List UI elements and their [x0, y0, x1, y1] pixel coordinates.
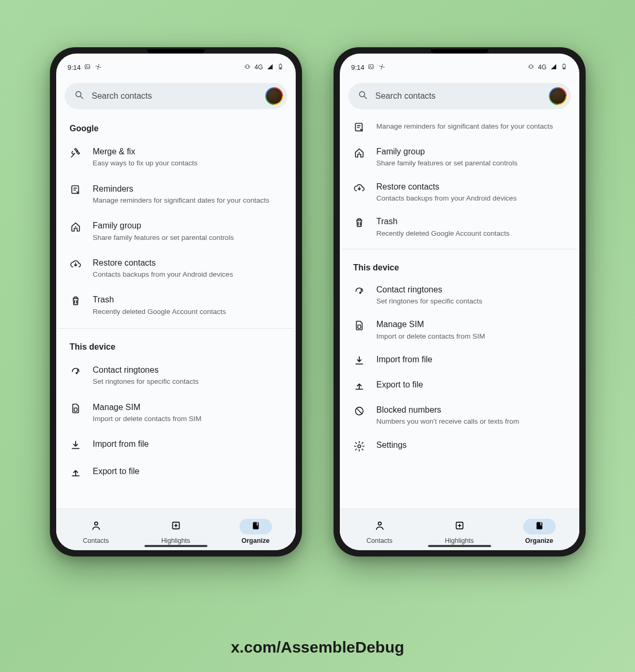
music-note-icon — [353, 285, 365, 297]
fan-icon — [95, 63, 102, 72]
list-item-family-group[interactable]: Family group Share family features or se… — [342, 140, 577, 175]
list-item-title: Blocked numbers — [377, 404, 568, 416]
nav-highlights[interactable]: Highlights — [136, 509, 216, 550]
list-item-subtitle: Numbers you won't receive calls or texts… — [377, 417, 568, 426]
image-caption: x.com/AssembleDebug — [0, 638, 635, 656]
list-item-title: Trash — [93, 294, 284, 306]
list-item-title: Settings — [377, 439, 568, 451]
list-item-import-from-file[interactable]: Import from file — [58, 431, 294, 458]
list-item-title: Import from file — [377, 354, 568, 365]
settings-icon — [353, 440, 365, 452]
list-item-title: Reminders — [93, 183, 284, 195]
content-scroll-left[interactable]: Google Merge & fix Easy ways to fix up y… — [56, 114, 296, 508]
nav-label: Organize — [525, 537, 554, 544]
list-item-subtitle: Share family features or set parental co… — [93, 233, 284, 243]
note-icon — [70, 184, 81, 196]
list-item-merge-fix[interactable]: Merge & fix Easy ways to fix up your con… — [58, 139, 294, 176]
screen-right: 9:14 4G Search contacts Manag — [340, 54, 579, 550]
vibrate-icon — [527, 63, 535, 72]
bottom-nav: Contacts Highlights Organize — [56, 508, 296, 550]
list-item-export-to-file[interactable]: Export to file — [342, 373, 577, 398]
upload-icon — [70, 467, 81, 478]
list-item-subtitle: Contacts backups from your Android devic… — [93, 270, 284, 279]
cloud-download-icon — [70, 258, 81, 270]
list-item-contact-ringtones[interactable]: Contact ringtones Set ringtones for spec… — [58, 357, 294, 394]
list-item-title: Family group — [93, 220, 284, 232]
search-placeholder: Search contacts — [376, 91, 542, 101]
vibrate-icon — [244, 63, 251, 72]
status-time: 9:14 — [68, 64, 81, 71]
list-item-subtitle: Set ringtones for specific contacts — [377, 297, 568, 306]
list-item-settings[interactable]: Settings — [342, 433, 577, 458]
nav-organize[interactable]: Organize — [499, 509, 579, 550]
music-note-icon — [70, 365, 81, 377]
trash-icon — [353, 217, 365, 228]
contacts-icon — [374, 520, 386, 533]
nav-contacts[interactable]: Contacts — [340, 509, 420, 550]
list-item-title: Family group — [377, 146, 568, 158]
list-item-reminders[interactable]: Reminders Manage reminders for significa… — [58, 176, 294, 213]
section-divider — [342, 249, 577, 249]
search-icon — [74, 90, 85, 102]
search-placeholder: Search contacts — [92, 91, 258, 101]
phone-frame-right: 9:14 4G Search contacts Manag — [334, 47, 586, 556]
block-icon — [353, 405, 365, 417]
nav-label: Highlights — [445, 537, 474, 544]
list-item-subtitle: Contacts backups from your Android devic… — [377, 194, 568, 203]
list-item-contact-ringtones[interactable]: Contact ringtones Set ringtones for spec… — [342, 278, 577, 313]
highlights-icon — [170, 520, 182, 533]
list-item-title: Manage SIM — [93, 402, 284, 413]
list-item-family-group[interactable]: Family group Share family features or se… — [58, 213, 294, 250]
list-item-subtitle: Recently deleted Google Account contacts — [377, 229, 568, 238]
status-time: 9:14 — [351, 64, 365, 71]
list-item-subtitle: Import or delete contacts from SIM — [377, 332, 568, 341]
list-item-subtitle: Easy ways to fix up your contacts — [93, 159, 284, 168]
gesture-bar[interactable] — [428, 545, 491, 547]
list-item-import-from-file[interactable]: Import from file — [342, 348, 577, 373]
image-icon — [84, 63, 91, 72]
nav-highlights[interactable]: Highlights — [420, 509, 499, 550]
list-item-restore-contacts[interactable]: Restore contacts Contacts backups from y… — [58, 250, 294, 287]
content-scroll-right[interactable]: Manage reminders for significant dates f… — [340, 114, 579, 508]
list-item-subtitle: Manage reminders for significant dates f… — [93, 196, 284, 205]
section-header-google: Google — [58, 114, 294, 139]
list-item-title: Restore contacts — [93, 257, 284, 269]
list-item-subtitle: Set ringtones for specific contacts — [93, 377, 284, 386]
fan-icon — [378, 63, 386, 72]
list-item-blocked-numbers[interactable]: Blocked numbers Numbers you won't receiv… — [342, 398, 577, 433]
download-icon — [70, 439, 81, 451]
account-avatar[interactable] — [265, 87, 283, 105]
list-item-export-to-file[interactable]: Export to file — [58, 458, 294, 486]
list-item-trash[interactable]: Trash Recently deleted Google Account co… — [58, 287, 294, 324]
tools-icon — [70, 147, 81, 159]
network-label: 4G — [538, 64, 546, 71]
nav-organize[interactable]: Organize — [216, 509, 296, 550]
list-item-title: Import from file — [93, 438, 284, 450]
search-bar[interactable]: Search contacts — [65, 83, 287, 109]
trash-icon — [70, 295, 81, 307]
list-item-title: Contact ringtones — [377, 284, 568, 296]
list-item-trash[interactable]: Trash Recently deleted Google Account co… — [342, 209, 577, 245]
list-item-restore-contacts[interactable]: Restore contacts Contacts backups from y… — [342, 175, 577, 210]
network-label: 4G — [254, 64, 263, 71]
list-item-title: Contact ringtones — [93, 364, 284, 376]
home-icon — [70, 221, 81, 233]
account-avatar[interactable] — [549, 87, 567, 105]
section-header-this-device: This device — [342, 254, 577, 278]
list-item-manage-sim[interactable]: Manage SIM Import or delete contacts fro… — [58, 394, 294, 432]
list-item-subtitle: Manage reminders for significant dates f… — [377, 122, 568, 131]
search-bar[interactable]: Search contacts — [348, 83, 571, 109]
nav-contacts[interactable]: Contacts — [56, 509, 136, 550]
list-item-manage-sim[interactable]: Manage SIM Import or delete contacts fro… — [342, 312, 577, 348]
nav-label: Contacts — [367, 537, 392, 544]
note-icon — [353, 122, 365, 133]
gesture-bar[interactable] — [144, 545, 207, 547]
list-item-manage-reminders-for-significant-dates-for-your-contacts[interactable]: Manage reminders for significant dates f… — [342, 114, 577, 140]
highlights-icon — [454, 520, 465, 533]
section-divider — [58, 328, 294, 329]
search-icon — [358, 90, 368, 102]
list-item-subtitle: Import or delete contacts from SIM — [93, 414, 284, 424]
image-icon — [368, 63, 375, 72]
organize-icon — [534, 520, 545, 533]
home-icon — [353, 147, 365, 159]
